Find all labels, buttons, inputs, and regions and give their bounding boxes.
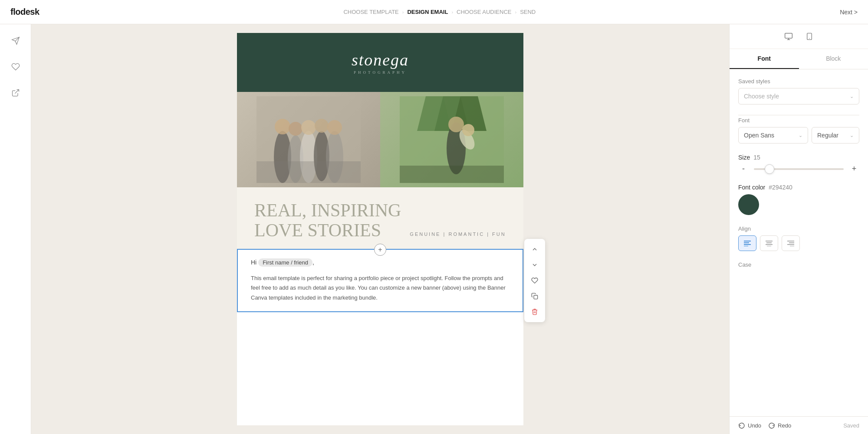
email-heading-section: REAL, INSPIRING LOVE STORIES GENUINE | R… <box>237 187 523 249</box>
app-logo: flodesk <box>10 7 39 17</box>
mobile-view-button[interactable] <box>802 29 816 43</box>
panel-content: Saved styles Choose style ⌄ Font Open Sa… <box>730 69 868 416</box>
chevron-down-icon: ⌄ <box>850 94 854 99</box>
desktop-view-button[interactable] <box>782 29 796 43</box>
image-right[interactable] <box>380 92 523 187</box>
add-block-button[interactable]: + <box>374 244 386 256</box>
arrow-3: › <box>515 10 516 15</box>
step-design-email[interactable]: DESIGN EMAIL <box>407 9 448 15</box>
email-text-block[interactable]: + Hi First name / friend, This email tem… <box>237 249 523 312</box>
svg-rect-23 <box>400 166 504 183</box>
step-send[interactable]: SEND <box>520 9 536 15</box>
align-section: Align <box>738 225 859 251</box>
saved-styles-label: Saved styles <box>738 78 859 85</box>
tab-block[interactable]: Block <box>799 49 868 69</box>
heart-icon[interactable] <box>8 59 23 75</box>
tab-font[interactable]: Font <box>730 49 799 69</box>
size-minus-button[interactable]: - <box>738 164 749 173</box>
color-swatch[interactable] <box>738 194 759 215</box>
saved-styles-dropdown[interactable]: Choose style ⌄ <box>738 88 859 104</box>
favorite-action[interactable] <box>528 274 542 287</box>
email-header[interactable]: stonega Photography <box>237 33 523 92</box>
size-plus-button[interactable]: + <box>849 164 859 173</box>
size-value: 15 <box>753 154 760 161</box>
duplicate-action[interactable] <box>528 289 542 303</box>
undo-button[interactable]: Undo <box>738 422 761 429</box>
size-row: - + <box>738 164 859 173</box>
size-slider-track[interactable] <box>754 168 844 170</box>
size-label: Size <box>738 154 750 161</box>
panel-bottom: Undo Redo Saved <box>730 416 868 434</box>
email-logo: stonega Photography <box>254 50 506 75</box>
view-toggle <box>730 24 868 49</box>
arrow-1: › <box>402 10 404 15</box>
font-family-row: Open Sans ⌄ Regular ⌄ <box>738 127 859 144</box>
svg-point-22 <box>462 124 474 136</box>
send-icon[interactable] <box>8 33 23 49</box>
main-layout: stonega Photography <box>0 24 868 434</box>
next-button[interactable]: Next > <box>840 9 858 16</box>
saved-styles-section: Saved styles Choose style ⌄ <box>738 78 859 104</box>
merge-tag[interactable]: First name / friend <box>258 258 312 267</box>
divider-1 <box>738 115 859 115</box>
image-grid <box>237 92 523 187</box>
redo-button[interactable]: Redo <box>768 422 791 429</box>
size-section: Size 15 - + <box>738 154 859 173</box>
saved-status: Saved <box>843 422 859 429</box>
undo-redo-group: Undo Redo <box>738 422 791 429</box>
font-color-label: Font color <box>738 184 765 191</box>
svg-point-10 <box>289 122 302 136</box>
email-big-heading: REAL, INSPIRING LOVE STORIES <box>254 200 401 240</box>
align-left-button[interactable] <box>738 235 756 251</box>
panel-tabs: Font Block <box>730 49 868 69</box>
case-section: Case <box>738 261 859 268</box>
font-style-chevron-icon: ⌄ <box>850 133 854 138</box>
float-actions <box>524 239 545 322</box>
font-family-chevron-icon: ⌄ <box>799 133 802 138</box>
font-color-hex: #294240 <box>769 184 792 191</box>
align-row <box>738 235 859 251</box>
email-tagline: GENUINE | ROMANTIC | FUN <box>410 232 506 240</box>
external-link-icon[interactable] <box>8 85 23 101</box>
align-label: Align <box>738 225 859 232</box>
size-slider-thumb[interactable] <box>765 164 774 174</box>
nav-steps: CHOOSE TEMPLATE › DESIGN EMAIL › CHOOSE … <box>343 9 536 15</box>
step-choose-audience[interactable]: CHOOSE AUDIENCE <box>457 9 511 15</box>
left-sidebar <box>0 24 31 434</box>
svg-point-9 <box>275 119 290 134</box>
case-label: Case <box>738 261 859 268</box>
font-section-label: Font <box>738 117 859 124</box>
font-color-row <box>738 194 859 215</box>
step-choose-template[interactable]: CHOOSE TEMPLATE <box>343 9 398 15</box>
delete-action[interactable] <box>528 305 542 319</box>
svg-point-20 <box>448 117 464 132</box>
email-canvas: stonega Photography <box>237 33 523 425</box>
svg-rect-14 <box>256 161 361 183</box>
svg-rect-24 <box>534 295 538 299</box>
font-style-dropdown[interactable]: Regular ⌄ <box>812 127 859 144</box>
move-down-action[interactable] <box>528 258 542 272</box>
canvas-area: stonega Photography <box>31 24 729 434</box>
move-up-action[interactable] <box>528 242 542 256</box>
svg-point-11 <box>301 120 316 135</box>
svg-rect-25 <box>785 33 792 39</box>
arrow-2: › <box>451 10 453 15</box>
align-right-button[interactable] <box>782 235 800 251</box>
font-family-dropdown[interactable]: Open Sans ⌄ <box>738 127 808 144</box>
right-panel: Font Block Saved styles Choose style ⌄ F… <box>729 24 868 434</box>
text-greeting: Hi First name / friend, <box>251 258 510 267</box>
svg-point-12 <box>315 119 329 133</box>
text-body: This email template is perfect for shari… <box>251 274 510 302</box>
svg-point-13 <box>327 120 342 135</box>
font-section: Font Open Sans ⌄ Regular ⌄ <box>738 117 859 144</box>
svg-line-2 <box>15 90 19 94</box>
image-left[interactable] <box>237 92 380 187</box>
align-center-button[interactable] <box>760 235 778 251</box>
font-color-section: Font color #294240 <box>738 184 859 215</box>
top-nav: flodesk CHOOSE TEMPLATE › DESIGN EMAIL ›… <box>0 0 868 24</box>
